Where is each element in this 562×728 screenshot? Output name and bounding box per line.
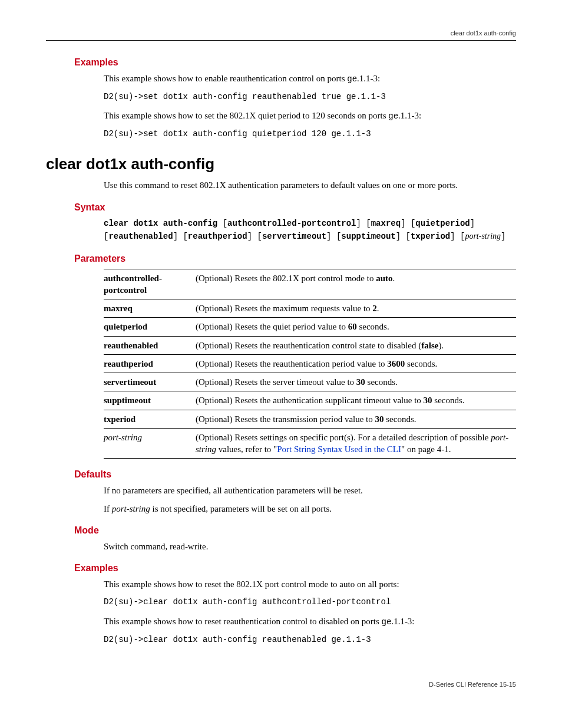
kw: authcontrolled-portcontrol (227, 219, 356, 228)
heading-examples-top: Examples (74, 57, 516, 68)
code-block: D2(su)->set dot1x auth-config quietperio… (104, 128, 516, 140)
txt: This example shows how to reset reauthen… (104, 617, 382, 626)
param-desc: (Optional) Resets settings on specific p… (196, 428, 516, 459)
cross-ref-link[interactable]: Port String Syntax Used in the CLI (277, 444, 401, 454)
command-description: Use this command to reset 802.1X authent… (104, 179, 516, 191)
param-term: port-string (104, 428, 196, 459)
page-footer: D-Series CLI Reference 15-15 (46, 681, 516, 688)
param-desc: (Optional) Resets the server timeout val… (196, 373, 516, 391)
param-term: supptimeout (104, 391, 196, 410)
param-term: quietperiod (104, 318, 196, 336)
example-text: This example shows how to enable reauthe… (104, 73, 516, 85)
param-desc: (Optional) Resets the 802.1X port contro… (196, 269, 516, 299)
kw: reauthenabled (108, 232, 173, 241)
heading-mode: Mode (74, 525, 516, 536)
table-row: reauthperiod(Optional) Resets the reauth… (104, 354, 516, 373)
kw: servertimeout (262, 232, 326, 241)
param-desc: (Optional) Resets the quiet period value… (196, 318, 516, 336)
kw: supptimeout (341, 232, 395, 241)
arg: port-string (112, 504, 150, 513)
heading-examples-bottom: Examples (74, 563, 516, 574)
defaults-text: If port-string is not specified, paramet… (104, 503, 516, 515)
txt: If (104, 504, 112, 513)
code-inline: ge (388, 111, 398, 121)
txt: is not specified, parameters will be set… (150, 504, 332, 513)
table-row: authcontrolled-portcontrol(Optional) Res… (104, 269, 516, 299)
txt: .1.1-3: (391, 617, 414, 626)
kw: txperiod (411, 232, 450, 241)
mode-text: Switch command, read-write. (104, 541, 516, 552)
kw: maxreq (371, 219, 401, 228)
param-term: reauthenabled (104, 336, 196, 354)
table-row: txperiod(Optional) Resets the transmissi… (104, 410, 516, 428)
txt: This example shows how to set the 802.1X… (104, 111, 388, 120)
param-term: maxreq (104, 299, 196, 318)
param-term: txperiod (104, 410, 196, 428)
defaults-text: If no parameters are specified, all auth… (104, 485, 516, 496)
table-row: supptimeout(Optional) Resets the authent… (104, 391, 516, 410)
syntax-text: clear dot1x auth-config [authcontrolled-… (104, 218, 516, 243)
example-text: This example shows how to set the 802.1X… (104, 110, 516, 122)
param-desc: (Optional) Resets the maximum requests v… (196, 299, 516, 318)
heading-parameters: Parameters (74, 253, 516, 264)
param-desc: (Optional) Resets the reauthentication p… (196, 354, 516, 373)
code-inline: ge (382, 617, 392, 627)
kw: quietperiod (415, 219, 470, 228)
table-row: port-string(Optional) Resets settings on… (104, 428, 516, 459)
param-desc: (Optional) Resets the authentication sup… (196, 391, 516, 410)
param-term: authcontrolled-portcontrol (104, 269, 196, 299)
table-row: quietperiod(Optional) Resets the quiet p… (104, 318, 516, 336)
code-inline: ge (347, 74, 357, 84)
parameters-table: authcontrolled-portcontrol(Optional) Res… (104, 269, 516, 459)
example-text: This example shows how to reset reauthen… (104, 615, 516, 628)
code-block: D2(su)->clear dot1x auth-config authcont… (104, 596, 516, 608)
table-row: servertimeout(Optional) Resets the serve… (104, 373, 516, 391)
param-desc: (Optional) Resets the reauthentication c… (196, 336, 516, 354)
table-row: reauthenabled(Optional) Resets the reaut… (104, 336, 516, 354)
txt: .1.1-3: (398, 111, 421, 120)
code-block: D2(su)->set dot1x auth-config reauthenab… (104, 91, 516, 103)
heading-defaults: Defaults (74, 469, 516, 480)
arg: port-string (465, 232, 501, 241)
txt: .1.1-3: (357, 74, 380, 83)
kw: clear dot1x auth-config (104, 219, 217, 228)
txt: This example shows how to enable reauthe… (104, 74, 347, 83)
heading-syntax: Syntax (74, 202, 516, 213)
code-block: D2(su)->clear dot1x auth-config reauthen… (104, 634, 516, 645)
kw: reauthperiod (188, 232, 247, 241)
param-term: reauthperiod (104, 354, 196, 373)
example-text: This example shows how to reset the 802.… (104, 578, 516, 590)
param-term: servertimeout (104, 373, 196, 391)
param-desc: (Optional) Resets the transmission perio… (196, 410, 516, 428)
command-title: clear dot1x auth-config (46, 155, 516, 173)
table-row: maxreq(Optional) Resets the maximum requ… (104, 299, 516, 318)
running-header: clear dot1x auth-config (46, 29, 516, 41)
